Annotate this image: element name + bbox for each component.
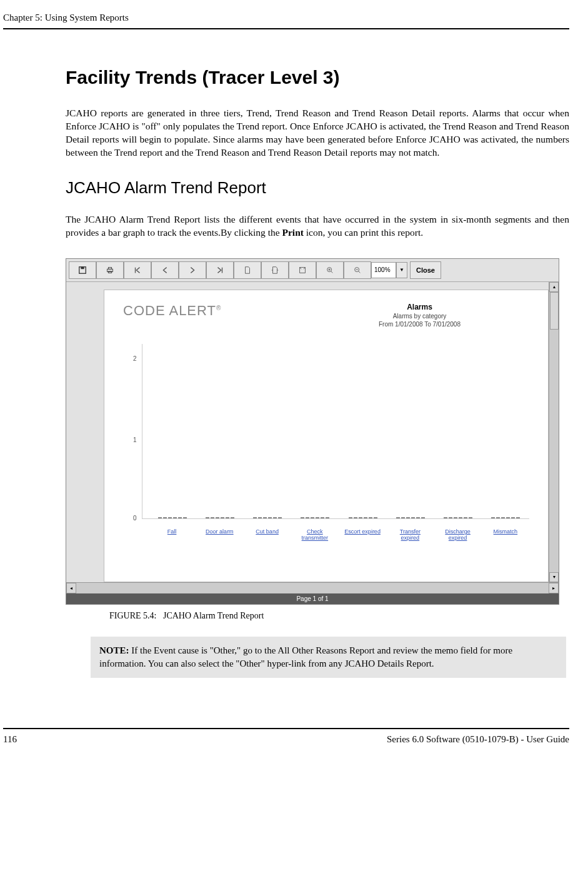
vertical-scrollbar[interactable]: ▴ ▾ — [549, 282, 559, 582]
horizontal-scrollbar[interactable]: ◂ ▸ — [66, 582, 559, 593]
subsection-title: JCAHO Alarm Trend Report — [66, 178, 569, 198]
scroll-up-icon[interactable]: ▴ — [549, 282, 559, 292]
code-alert-logo: CODE ALERT® — [123, 303, 221, 319]
close-button[interactable]: Close — [410, 261, 441, 279]
report-subtitle-1: Alarms by category — [379, 312, 461, 320]
zoom-dropdown-icon[interactable]: ▼ — [396, 262, 407, 278]
nav-last-icon[interactable] — [206, 261, 234, 279]
bar-chart: 2 1 0 — [142, 344, 529, 519]
y-tick-2: 2 — [133, 355, 137, 362]
header-rule — [3, 28, 569, 29]
page-icon[interactable] — [234, 261, 261, 279]
chapter-header: Chapter 5: Using System Reports — [3, 13, 569, 23]
bar-group — [253, 517, 282, 518]
scroll-left-icon[interactable]: ◂ — [66, 583, 76, 593]
intro-paragraph: JCAHO reports are generated in three tie… — [66, 107, 569, 159]
scroll-down-icon[interactable]: ▾ — [549, 572, 559, 582]
bar-group — [396, 517, 425, 518]
page-number: 116 — [3, 734, 17, 745]
category-link[interactable]: Cut band — [249, 528, 286, 541]
category-link[interactable]: Door alarm — [201, 528, 238, 541]
subsection-paragraph: The JCAHO Alarm Trend Report lists the d… — [66, 213, 569, 240]
nav-prev-icon[interactable] — [151, 261, 179, 279]
bar-group — [491, 517, 520, 518]
note-text: If the Event cause is "Other," go to the… — [99, 645, 512, 669]
para-text-after: icon, you can print this report. — [304, 227, 423, 238]
report-subtitle-2: From 1/01/2008 To 7/01/2008 — [379, 320, 461, 328]
footer-rule — [3, 728, 569, 729]
figure-caption: FIGURE 5.4: JCAHO Alarm Trend Report — [109, 611, 569, 621]
bar-group — [206, 517, 234, 518]
page-fit-icon[interactable] — [289, 261, 316, 279]
category-link[interactable]: Discharge expired — [439, 528, 477, 541]
page-footer: 116 Series 6.0 Software (0510-1079-B) - … — [3, 734, 569, 745]
bar-group — [444, 517, 472, 518]
category-link[interactable]: Fall — [153, 528, 191, 541]
bar-group — [349, 517, 377, 518]
print-bold-word: Print — [282, 227, 304, 238]
svg-rect-3 — [108, 267, 111, 269]
scroll-thumb[interactable] — [550, 292, 559, 330]
figure-label: FIGURE 5.4: — [109, 611, 156, 620]
bar-group — [158, 517, 187, 518]
zoom-level-input[interactable] — [371, 262, 396, 278]
y-tick-1: 1 — [133, 436, 137, 443]
category-link[interactable]: Escort expired — [344, 528, 381, 541]
category-link[interactable]: Check transmitter — [296, 528, 334, 541]
report-viewer-window: ▼ Close CODE ALERT® Alarms Alarms by cat… — [66, 258, 559, 605]
category-link[interactable]: Mismatch — [487, 528, 524, 541]
footer-right-text: Series 6.0 Software (0510-1079-B) - User… — [387, 734, 569, 745]
figure-text: JCAHO Alarm Trend Report — [163, 611, 264, 620]
page-status-bar: Page 1 of 1 — [66, 593, 559, 604]
figure-container: ▼ Close CODE ALERT® Alarms Alarms by cat… — [66, 258, 569, 605]
logo-text: CODE ALERT — [123, 303, 216, 318]
nav-next-icon[interactable] — [179, 261, 206, 279]
viewer-toolbar: ▼ Close — [66, 259, 559, 282]
y-tick-0: 0 — [133, 515, 137, 522]
nav-first-icon[interactable] — [124, 261, 151, 279]
bar-group — [301, 517, 329, 518]
save-icon[interactable] — [69, 261, 96, 279]
category-link[interactable]: Transfer expired — [391, 528, 429, 541]
x-axis-labels: Fall Door alarm Cut band Check transmitt… — [148, 528, 529, 541]
note-label: NOTE: — [99, 645, 129, 655]
svg-rect-1 — [81, 266, 84, 269]
viewer-body: CODE ALERT® Alarms Alarms by category Fr… — [66, 282, 559, 582]
page-width-icon[interactable] — [261, 261, 289, 279]
scroll-right-icon[interactable]: ▸ — [549, 583, 559, 593]
report-page-canvas: CODE ALERT® Alarms Alarms by category Fr… — [104, 290, 549, 582]
report-content: CODE ALERT® Alarms Alarms by category Fr… — [104, 290, 548, 554]
report-header-row: CODE ALERT® Alarms Alarms by category Fr… — [123, 303, 529, 329]
zoom-out-icon[interactable] — [344, 261, 371, 279]
report-title: Alarms — [379, 303, 461, 313]
bars-row — [149, 517, 529, 518]
logo-mark: ® — [216, 304, 221, 311]
print-icon[interactable] — [96, 261, 124, 279]
section-title: Facility Trends (Tracer Level 3) — [66, 67, 569, 88]
report-title-block: Alarms Alarms by category From 1/01/2008… — [379, 303, 461, 329]
zoom-in-icon[interactable] — [316, 261, 344, 279]
note-box: NOTE: If the Event cause is "Other," go … — [91, 637, 566, 678]
